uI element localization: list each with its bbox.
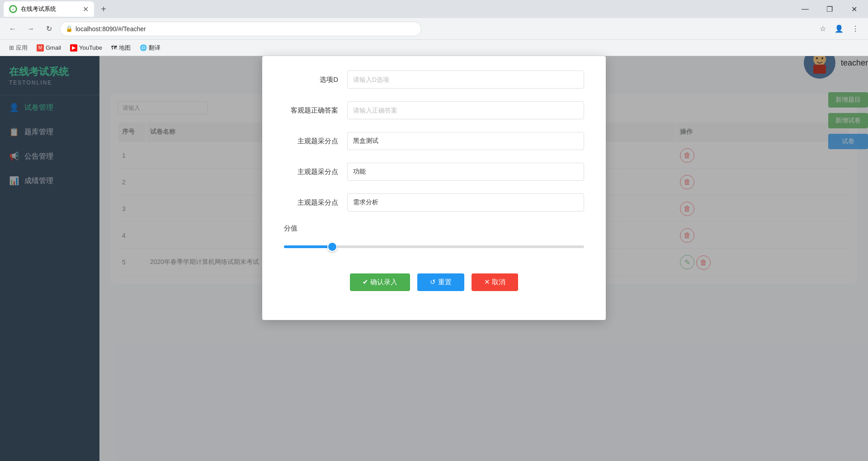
refresh-button[interactable]: ↻ — [42, 22, 56, 36]
bookmark-gmail[interactable]: M Gmail — [33, 42, 65, 53]
url-text: localhost:8090/#/Teacher — [75, 25, 146, 33]
bookmark-maps[interactable]: 🗺 地图 — [108, 42, 134, 54]
modal-footer: ✔ 确认录入 ↺ 重置 ✕ 取消 — [284, 266, 584, 306]
subjective1-input[interactable] — [347, 132, 584, 150]
correct-answer-input[interactable] — [347, 101, 584, 119]
nav-right-controls: ☆ 👤 ⋮ — [816, 22, 863, 36]
option-d-label: 选项D — [284, 75, 347, 84]
tab-title: 在线考试系统 — [21, 5, 56, 13]
bookmark-translate[interactable]: 🌐 翻译 — [136, 42, 164, 54]
translate-label: 翻译 — [149, 44, 160, 52]
youtube-label: YouTube — [79, 44, 102, 51]
subjective1-label: 主观题采分点 — [284, 137, 347, 146]
subjective3-row: 主观题采分点 — [284, 193, 584, 212]
gmail-label: Gmail — [46, 44, 61, 51]
tab-close-button[interactable]: ✕ — [83, 5, 89, 14]
cancel-button[interactable]: ✕ 取消 — [472, 273, 518, 291]
new-tab-button[interactable]: + — [96, 1, 111, 17]
gmail-icon: M — [37, 44, 44, 52]
modal-overlay: 选项D 客观题正确答案 主观题采分点 主观题采分点 主观题采分点 — [0, 56, 868, 461]
confirm-button[interactable]: ✔ 确认录入 — [350, 273, 410, 291]
option-d-input[interactable] — [347, 71, 584, 89]
bookmark-button[interactable]: ☆ — [816, 22, 830, 36]
modal-content: 选项D 客观题正确答案 主观题采分点 主观题采分点 主观题采分点 — [262, 56, 606, 320]
close-window-button[interactable]: ✕ — [844, 0, 864, 18]
reset-button[interactable]: ↺ 重置 — [417, 273, 464, 291]
navigation-bar: ← → ↻ 🔒 localhost:8090/#/Teacher ☆ 👤 ⋮ — [0, 18, 868, 40]
profile-button[interactable]: 👤 — [832, 22, 846, 36]
subjective3-input[interactable] — [347, 193, 584, 212]
subjective2-label: 主观题采分点 — [284, 168, 347, 176]
question-form-modal: 选项D 客观题正确答案 主观题采分点 主观题采分点 主观题采分点 — [262, 56, 606, 320]
subjective1-row: 主观题采分点 — [284, 132, 584, 150]
menu-button[interactable]: ⋮ — [848, 22, 863, 36]
maps-icon: 🗺 — [111, 44, 117, 51]
bookmarks-bar: ⊞ 应用 M Gmail ▶ YouTube 🗺 地图 🌐 翻译 — [0, 40, 868, 56]
title-bar: ✓ 在线考试系统 ✕ + — ❐ ✕ — [0, 0, 868, 18]
address-bar[interactable]: 🔒 localhost:8090/#/Teacher — [60, 22, 421, 36]
subjective2-input[interactable] — [347, 163, 584, 181]
bookmark-youtube[interactable]: ▶ YouTube — [66, 42, 106, 53]
bookmark-apps[interactable]: ⊞ 应用 — [5, 42, 31, 54]
forward-button[interactable]: → — [24, 22, 38, 36]
back-button[interactable]: ← — [5, 22, 20, 36]
youtube-icon: ▶ — [70, 44, 77, 52]
apps-icon: ⊞ — [9, 44, 14, 51]
score-slider[interactable] — [284, 245, 584, 248]
security-icon: 🔒 — [66, 25, 73, 32]
window-controls: — ❐ ✕ — [795, 0, 864, 18]
score-slider-container — [284, 238, 584, 254]
maximize-button[interactable]: ❐ — [819, 0, 840, 18]
maps-label: 地图 — [119, 44, 131, 52]
tab-favicon: ✓ — [9, 5, 17, 13]
svg-text:✓: ✓ — [12, 7, 15, 11]
correct-answer-row: 客观题正确答案 — [284, 101, 584, 119]
option-d-row: 选项D — [284, 71, 584, 89]
minimize-button[interactable]: — — [795, 0, 816, 18]
score-label: 分值 — [284, 224, 347, 233]
score-row: 分值 — [284, 224, 584, 254]
apps-label: 应用 — [16, 44, 28, 52]
correct-answer-label: 客观题正确答案 — [284, 106, 347, 115]
translate-icon: 🌐 — [140, 44, 147, 51]
subjective3-label: 主观题采分点 — [284, 198, 347, 207]
active-tab[interactable]: ✓ 在线考试系统 ✕ — [4, 1, 94, 17]
subjective2-row: 主观题采分点 — [284, 163, 584, 181]
